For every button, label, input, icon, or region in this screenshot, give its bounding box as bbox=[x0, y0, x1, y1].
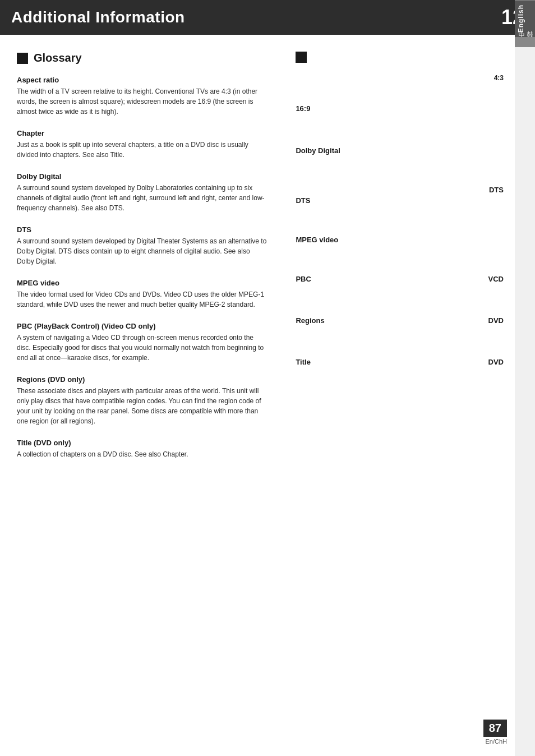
footer: 87 En/ChH bbox=[483, 720, 507, 745]
right-sidebar: English 中韓日中 bbox=[515, 0, 535, 756]
aspect-ratio-43: 4:3 bbox=[296, 74, 504, 82]
right-entry-pbc: PBC VCD bbox=[296, 275, 504, 285]
entry-title-title: Title (DVD only) bbox=[17, 439, 268, 447]
entry-title-chapter: Chapter bbox=[17, 129, 268, 137]
entry-body-dts: A surround sound system developed by Dig… bbox=[17, 236, 268, 266]
right-label-title: Title bbox=[296, 358, 311, 366]
entry-body-chapter: Just as a book is split up into several … bbox=[17, 140, 268, 160]
right-black-square-icon bbox=[296, 52, 307, 63]
right-column: 4:3 16:9 Dolby Digital DTS DTS MPEG vide… bbox=[284, 52, 504, 472]
entry-body-pbc: A system of navigating a Video CD throug… bbox=[17, 333, 268, 363]
entry-dts: DTS A surround sound system developed by… bbox=[17, 225, 268, 266]
header: Additional Information 12 bbox=[0, 0, 535, 35]
glossary-header: Glossary bbox=[17, 52, 268, 64]
right-entry-mpeg: MPEG video bbox=[296, 236, 504, 244]
left-column: Glossary Aspect ratio The width of a TV … bbox=[17, 52, 284, 472]
glossary-icon bbox=[17, 53, 28, 64]
right-label-dolby-digital: Dolby Digital bbox=[296, 146, 504, 155]
entry-dolby-digital: Dolby Digital A surround sound system de… bbox=[17, 172, 268, 213]
right-label-dts-top: DTS bbox=[489, 186, 504, 194]
page-title: Additional Information bbox=[11, 8, 185, 26]
entry-aspect-ratio: Aspect ratio The width of a TV screen re… bbox=[17, 76, 268, 117]
page-number: 87 bbox=[483, 720, 507, 737]
right-label-dvd-title: DVD bbox=[488, 358, 504, 366]
right-column-icon-area bbox=[296, 52, 504, 63]
entry-title-aspect-ratio: Aspect ratio bbox=[17, 76, 268, 84]
regions-pair: Regions DVD bbox=[296, 316, 504, 327]
entry-title-regions: Regions (DVD only) bbox=[17, 375, 268, 384]
right-label-vcd: VCD bbox=[488, 275, 504, 283]
entry-pbc: PBC (PlayBack Control) (Video CD only) A… bbox=[17, 322, 268, 363]
right-entry-regions: Regions DVD bbox=[296, 316, 504, 327]
sidebar-chinese-label: 中韓日中 bbox=[515, 37, 535, 47]
entry-title-pbc: PBC (PlayBack Control) (Video CD only) bbox=[17, 322, 268, 330]
right-label-pbc: PBC bbox=[296, 275, 311, 283]
sidebar-english-label: English bbox=[515, 0, 535, 37]
entry-regions: Regions (DVD only) These associate discs… bbox=[17, 375, 268, 426]
right-label-regions: Regions bbox=[296, 316, 324, 325]
aspect-ratio-section: 4:3 16:9 bbox=[296, 74, 504, 113]
right-entry-dolby-digital: Dolby Digital bbox=[296, 146, 504, 155]
entry-title-dts: DTS bbox=[17, 225, 268, 234]
pbc-pair: PBC VCD bbox=[296, 275, 504, 285]
language-code: En/ChH bbox=[483, 738, 507, 745]
entry-title-dolby-digital: Dolby Digital bbox=[17, 172, 268, 181]
entry-body-aspect-ratio: The width of a TV screen relative to its… bbox=[17, 86, 268, 117]
entry-title-dvd: Title (DVD only) A collection of chapter… bbox=[17, 439, 268, 459]
entry-body-title: A collection of chapters on a DVD disc. … bbox=[17, 449, 268, 459]
entry-body-regions: These associate discs and players with p… bbox=[17, 386, 268, 426]
right-label-mpeg: MPEG video bbox=[296, 236, 504, 244]
widescreen-169: 16:9 bbox=[296, 104, 504, 113]
entry-mpeg-video: MPEG video The video format used for Vid… bbox=[17, 279, 268, 310]
entry-body-mpeg-video: The video format used for Video CDs and … bbox=[17, 289, 268, 310]
title-pair: Title DVD bbox=[296, 358, 504, 368]
entry-title-mpeg-video: MPEG video bbox=[17, 279, 268, 287]
glossary-title: Glossary bbox=[34, 52, 82, 64]
entry-chapter: Chapter Just as a book is split up into … bbox=[17, 129, 268, 160]
right-label-dvd-regions: DVD bbox=[488, 316, 504, 325]
dts-pair: DTS bbox=[296, 186, 504, 196]
entry-body-dolby-digital: A surround sound system developed by Dol… bbox=[17, 183, 268, 213]
right-entry-dts: DTS DTS bbox=[296, 186, 504, 205]
right-label-dts: DTS bbox=[296, 196, 504, 205]
main-content: Glossary Aspect ratio The width of a TV … bbox=[0, 35, 515, 517]
right-entry-title: Title DVD bbox=[296, 358, 504, 368]
